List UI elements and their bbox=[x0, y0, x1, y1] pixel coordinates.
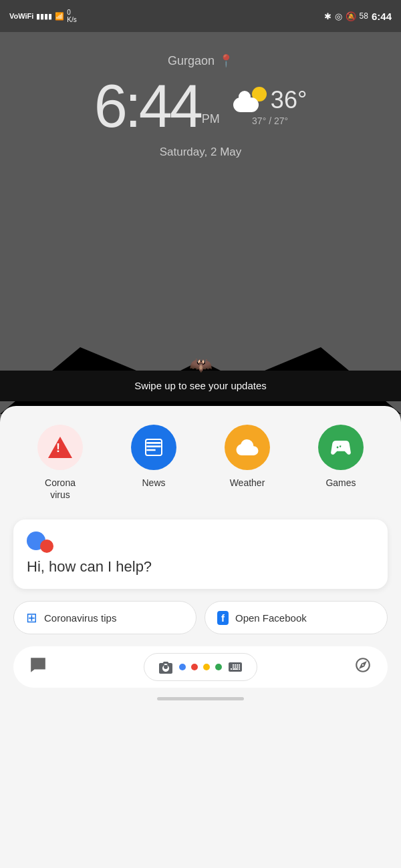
widget-area: Gurgaon 📍 6:44PM 36° 37° / 27° Saturday,… bbox=[0, 53, 401, 159]
coronavirus-chip-label: Coronavirus tips bbox=[44, 612, 116, 624]
vowifi-label: VoWiFi bbox=[9, 12, 33, 20]
dot-yellow bbox=[203, 664, 210, 670]
assistant-greeting: Hi, how can I help? bbox=[27, 558, 374, 576]
shortcut-coronavirus[interactable]: Coronavirus bbox=[37, 425, 83, 501]
coronavirus-circle bbox=[37, 425, 83, 470]
clock-ampm: PM bbox=[202, 112, 220, 126]
weather-circle bbox=[225, 425, 270, 470]
google-logo bbox=[27, 531, 374, 550]
suggestions-row: ⊞ Coronavirus tips f Open Facebook bbox=[13, 601, 388, 634]
clock-digits: 6:44 bbox=[94, 73, 200, 140]
temperature-range: 37° / 27° bbox=[252, 116, 288, 126]
weather-label: Weather bbox=[230, 477, 265, 489]
clock-display: 6:44PM bbox=[94, 76, 220, 136]
shortcut-news[interactable]: News bbox=[131, 425, 176, 501]
bluetooth-icon: ✱ bbox=[324, 11, 331, 21]
battery-indicator: 58 bbox=[360, 11, 368, 21]
coronavirus-chip-icon: ⊞ bbox=[26, 610, 37, 626]
news-circle bbox=[131, 425, 176, 470]
facebook-chip[interactable]: f Open Facebook bbox=[205, 601, 388, 634]
compass-button[interactable] bbox=[352, 654, 374, 680]
clock-time: 6:44 bbox=[372, 11, 392, 22]
compass-icon bbox=[354, 656, 372, 674]
weather-icon bbox=[233, 87, 267, 114]
bottom-toolbar bbox=[13, 646, 388, 688]
bottom-sheet: Coronavirus News Weather bbox=[0, 406, 401, 868]
location-icon: ◎ bbox=[335, 11, 342, 21]
status-right: ✱ ◎ 🔕 58 6:44 bbox=[324, 11, 392, 22]
games-circle bbox=[318, 425, 364, 470]
wifi-icon: 📶 bbox=[55, 12, 64, 21]
coronavirus-tips-chip[interactable]: ⊞ Coronavirus tips bbox=[13, 601, 196, 634]
chat-icon bbox=[29, 656, 47, 674]
warning-triangle bbox=[48, 437, 72, 458]
news-icon bbox=[143, 437, 164, 458]
date-display: Saturday, 2 May bbox=[160, 146, 242, 159]
assistant-card: Hi, how can I help? bbox=[13, 519, 388, 589]
status-bar: VoWiFi ▮▮▮▮ 📶 0K/s ✱ ◎ 🔕 58 6:44 bbox=[0, 0, 401, 32]
shortcuts-row: Coronavirus News Weather bbox=[13, 425, 388, 501]
facebook-icon: f bbox=[217, 611, 229, 625]
toolbar-center[interactable] bbox=[144, 653, 257, 681]
swipe-text: Swipe up to see your updates bbox=[134, 380, 267, 391]
gamepad-icon bbox=[329, 436, 352, 459]
camera-icon bbox=[158, 659, 174, 675]
shortcut-games[interactable]: Games bbox=[318, 425, 364, 501]
signal-bars: ▮▮▮▮ bbox=[36, 12, 52, 21]
cloud-shape bbox=[233, 97, 259, 112]
batman-logo: 🦇 bbox=[189, 354, 213, 376]
location-row: Gurgaon 📍 bbox=[168, 53, 233, 68]
status-left: VoWiFi ▮▮▮▮ 📶 0K/s bbox=[9, 9, 77, 23]
location-pin-icon: 📍 bbox=[219, 53, 233, 68]
cloud-icon bbox=[235, 435, 259, 459]
dot-green bbox=[215, 664, 222, 670]
weather-info: 36° 37° / 27° bbox=[233, 86, 307, 126]
weather-icon-row: 36° bbox=[233, 86, 307, 114]
chat-button[interactable] bbox=[27, 654, 49, 680]
google-dot-red bbox=[40, 539, 53, 553]
data-speed: 0K/s bbox=[67, 9, 76, 23]
temperature-main: 36° bbox=[271, 86, 307, 114]
facebook-chip-label: Open Facebook bbox=[235, 612, 307, 624]
mute-icon: 🔕 bbox=[346, 11, 356, 21]
location-name: Gurgaon bbox=[168, 54, 215, 68]
keyboard-icon bbox=[227, 659, 243, 675]
home-indicator[interactable] bbox=[157, 697, 244, 700]
shortcut-weather[interactable]: Weather bbox=[225, 425, 270, 501]
clock-weather-row: 6:44PM 36° 37° / 27° bbox=[94, 76, 307, 136]
games-label: Games bbox=[325, 477, 356, 489]
warning-icon bbox=[48, 437, 72, 458]
coronavirus-label: Coronavirus bbox=[45, 477, 76, 501]
dot-red bbox=[191, 664, 198, 670]
dot-blue bbox=[179, 664, 186, 670]
news-label: News bbox=[142, 477, 165, 489]
